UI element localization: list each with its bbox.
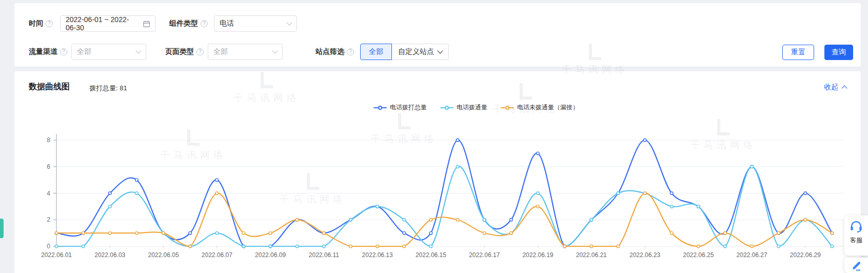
svg-text:2022.06.07: 2022.06.07: [202, 251, 232, 259]
pencil-icon: [851, 261, 861, 271]
svg-text:2022.06.17: 2022.06.17: [469, 251, 500, 259]
component-type-select[interactable]: 电话: [214, 15, 297, 32]
svg-text:2022.06.03: 2022.06.03: [94, 251, 125, 259]
filter-panel: 时间 ? 2022-06-01 ~ 2022-06-30 组件类型 ? 电话 流…: [14, 3, 861, 67]
component-type-value: 电话: [220, 19, 234, 28]
svg-text:2022.06.11: 2022.06.11: [309, 251, 339, 259]
svg-text:2022.06.09: 2022.06.09: [255, 251, 286, 259]
chart-panel: 数据曲线图 拨打总量: 81 收起 电话拨打总量 电话拨通量 电话未拨通量（漏接…: [14, 71, 861, 273]
chevron-down-icon: [437, 48, 443, 53]
page-type-help-icon[interactable]: ?: [196, 48, 204, 55]
component-type-label: 组件类型: [169, 19, 198, 28]
traffic-channel-label: 流量渠道: [29, 47, 57, 56]
svg-text:0: 0: [47, 243, 50, 250]
svg-text:2022.06.29: 2022.06.29: [790, 251, 821, 259]
site-filter-all-button[interactable]: 全部: [360, 44, 392, 60]
page-type-value: 全部: [213, 47, 228, 56]
chevron-down-icon: [286, 20, 292, 25]
svg-text:2022.06.13: 2022.06.13: [362, 251, 393, 259]
site-filter-label: 站点筛选: [315, 47, 344, 56]
traffic-channel-help-icon[interactable]: ?: [60, 48, 67, 55]
date-range-input[interactable]: 2022-06-01 ~ 2022-06-30: [60, 15, 155, 32]
svg-text:2022.06.21: 2022.06.21: [576, 251, 607, 259]
calendar-icon: [143, 20, 150, 28]
page-type-select[interactable]: 全部: [208, 44, 283, 60]
site-filter-custom-label: 自定义站点: [398, 47, 434, 56]
reset-button[interactable]: 重置: [782, 45, 814, 60]
page-type-label: 页面类型: [165, 47, 194, 56]
site-filter-help-icon[interactable]: ?: [347, 48, 354, 55]
svg-text:6: 6: [47, 163, 50, 170]
svg-text:2022.06.27: 2022.06.27: [737, 251, 767, 259]
svg-text:4: 4: [47, 190, 50, 197]
site-filter-custom-button[interactable]: 自定义站点: [392, 44, 449, 60]
line-chart[interactable]: 024682022.06.012022.06.032022.06.052022.…: [14, 71, 861, 271]
chevron-down-icon: [135, 48, 141, 53]
feedback-widget[interactable]: [844, 258, 868, 273]
time-label: 时间: [29, 19, 43, 28]
customer-service-widget[interactable]: 客服: [844, 216, 868, 256]
svg-text:2022.06.05: 2022.06.05: [148, 251, 179, 259]
svg-text:8: 8: [47, 136, 50, 144]
date-range-value: 2022-06-01 ~ 2022-06-30: [66, 15, 139, 32]
svg-text:2022.06.15: 2022.06.15: [416, 251, 446, 259]
svg-text:2022.06.19: 2022.06.19: [522, 251, 553, 259]
traffic-channel-select[interactable]: 全部: [71, 44, 146, 60]
headset-icon: [850, 220, 863, 233]
svg-text:2022.06.23: 2022.06.23: [629, 251, 660, 259]
side-contact-tab[interactable]: [0, 219, 4, 238]
customer-service-label: 客服: [844, 236, 868, 245]
traffic-channel-value: 全部: [77, 47, 91, 56]
chevron-down-icon: [272, 48, 278, 53]
svg-text:2022.06.25: 2022.06.25: [683, 251, 714, 259]
component-type-help-icon[interactable]: ?: [201, 20, 208, 27]
svg-text:2: 2: [47, 216, 50, 223]
query-button[interactable]: 查询: [824, 45, 853, 60]
svg-text:2022.06.01: 2022.06.01: [41, 251, 72, 259]
time-help-icon[interactable]: ?: [46, 20, 53, 27]
